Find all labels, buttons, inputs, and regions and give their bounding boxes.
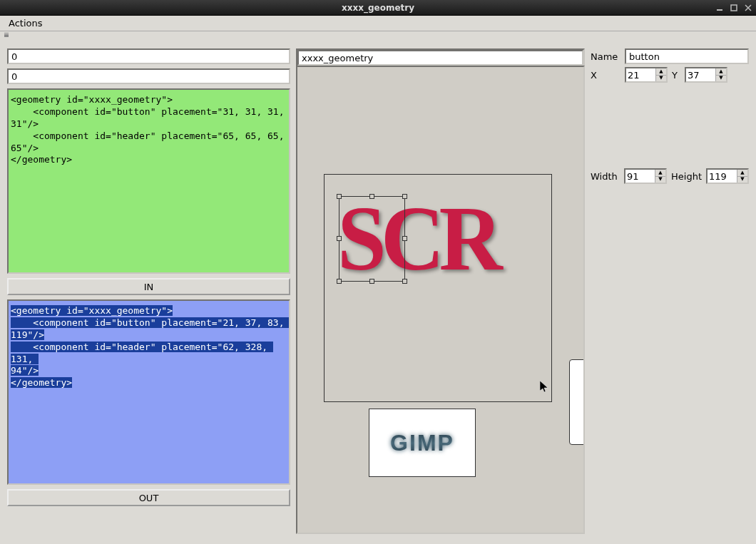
minimize-icon[interactable] [715, 3, 725, 13]
arrow-down-icon[interactable]: ▼ [737, 177, 747, 183]
x-label: X [591, 70, 620, 81]
arrow-up-icon[interactable]: ▲ [716, 68, 726, 76]
svg-rect-0 [717, 9, 722, 11]
y-spin-input[interactable] [686, 68, 715, 81]
resize-handle-ml[interactable] [337, 236, 342, 241]
name-input[interactable] [625, 48, 749, 64]
out-line-0: <geometry id="xxxx_geometry"> [11, 305, 173, 316]
arrow-down-icon[interactable]: ▼ [655, 177, 665, 183]
window-buttons [715, 3, 753, 13]
arrow-down-icon[interactable]: ▼ [716, 76, 726, 82]
resize-handle-bm[interactable] [369, 279, 374, 284]
y-spinbox[interactable]: ▲▼ [685, 67, 727, 83]
close-icon[interactable] [743, 3, 753, 13]
resize-handle-tl[interactable] [337, 194, 342, 199]
properties-panel: Name X ▲▼ Y ▲▼ Wi [591, 48, 749, 534]
out-line-1: <component id="button" placement="21, 37… [11, 317, 290, 340]
gimp-label: GIMP [390, 430, 454, 456]
arrow-up-icon[interactable]: ▲ [655, 170, 665, 177]
preview-title-input[interactable] [297, 50, 583, 66]
xml-in-box[interactable]: <geometry id="xxxx_geometry"> <component… [7, 88, 290, 274]
y-label: Y [672, 70, 680, 81]
left-input-2[interactable] [7, 68, 290, 84]
left-input-1[interactable] [7, 48, 290, 64]
height-spinbox[interactable]: ▲▼ [706, 168, 749, 184]
xml-out-box[interactable]: <geometry id="xxxx_geometry"> <component… [7, 299, 290, 485]
partial-thumbnail[interactable] [569, 359, 585, 445]
in-button[interactable]: IN [7, 278, 290, 295]
out-line-2: <component id="header" placement="62, 32… [11, 342, 273, 364]
resize-handle-tm[interactable] [369, 194, 374, 199]
menu-actions[interactable]: Actions [4, 16, 47, 30]
x-spin-input[interactable] [626, 68, 655, 81]
gimp-thumbnail[interactable]: GIMP [369, 409, 476, 477]
height-spin-input[interactable] [708, 170, 737, 183]
window-title: xxxx_geometry [0, 3, 756, 13]
x-spinbox[interactable]: ▲▼ [625, 67, 668, 83]
maximize-icon[interactable] [729, 3, 739, 13]
left-column: <geometry id="xxxx_geometry"> <component… [7, 48, 290, 534]
titlebar[interactable]: xxxx_geometry [0, 0, 756, 16]
menubar: Actions [0, 16, 756, 31]
cursor-icon [540, 381, 548, 394]
svg-rect-1 [731, 5, 737, 11]
resize-handle-tr[interactable] [402, 194, 407, 199]
resize-handle-bl[interactable] [337, 279, 342, 284]
resize-handle-br[interactable] [402, 279, 407, 284]
width-spinbox[interactable]: ▲▼ [624, 168, 667, 184]
arrow-down-icon[interactable]: ▼ [656, 76, 666, 82]
preview-panel: SCR GIMP [296, 48, 585, 534]
arrow-up-icon[interactable]: ▲ [737, 170, 747, 177]
width-label: Width [591, 171, 620, 182]
name-label: Name [591, 51, 620, 62]
toolbar-grip[interactable] [0, 31, 756, 39]
main-window: xxxx_geometry Actions <geometry id="xxxx… [0, 0, 756, 544]
arrow-up-icon[interactable]: ▲ [656, 68, 666, 76]
out-line-4: </geometry> [11, 377, 72, 388]
client-area: <geometry id="xxxx_geometry"> <component… [0, 39, 756, 544]
out-button[interactable]: OUT [7, 489, 290, 506]
height-label: Height [671, 171, 702, 182]
selection-box[interactable] [339, 196, 405, 282]
resize-handle-mr[interactable] [402, 236, 407, 241]
out-line-3: 94"/> [11, 365, 39, 376]
canvas[interactable]: SCR GIMP [296, 66, 585, 534]
middle-column: SCR GIMP [296, 48, 585, 534]
width-spin-input[interactable] [625, 170, 655, 183]
